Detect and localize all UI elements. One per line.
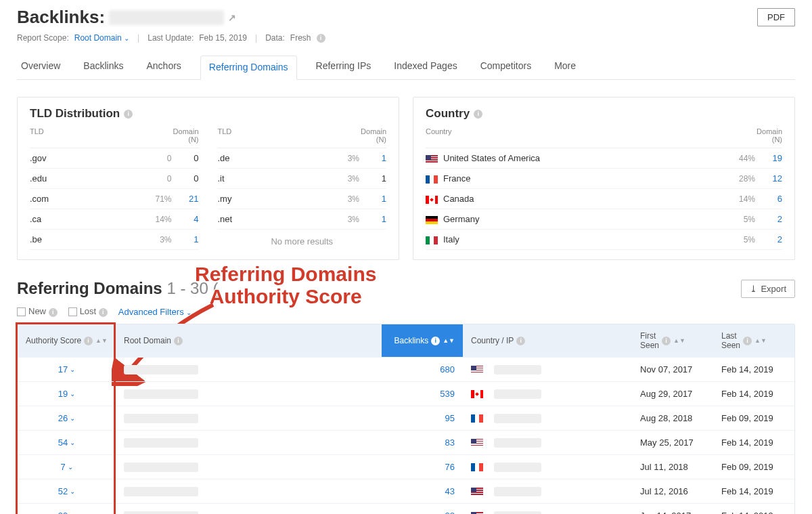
country-row: Italy5%2: [426, 230, 782, 250]
country-count[interactable]: 19: [755, 153, 782, 163]
flag-icon: [426, 236, 438, 244]
tld-row: .it3%1: [218, 169, 387, 189]
tld-pct: 3%: [141, 235, 172, 244]
backlinks-cell[interactable]: 76: [382, 456, 463, 477]
first-seen-cell: Jul 11, 2018: [632, 456, 713, 477]
backlinks-cell[interactable]: 43: [382, 481, 463, 502]
info-icon[interactable]: i: [474, 110, 482, 119]
flag-icon: [471, 390, 483, 398]
tld-pct: 14%: [141, 215, 172, 224]
authority-score-cell[interactable]: 26 ⌄: [18, 408, 116, 429]
tld-row: .my3%1: [218, 189, 387, 209]
tld-pct: 3%: [328, 154, 359, 163]
last-seen-cell: Feb 14, 2019: [713, 383, 794, 404]
tld-row: .be3%1: [30, 230, 199, 250]
last-seen-cell: Feb 09, 2019: [713, 456, 794, 477]
advanced-filters[interactable]: Advanced Filters ⌄: [118, 307, 191, 317]
external-link-icon[interactable]: ↗: [228, 12, 236, 23]
tld-count[interactable]: 1: [359, 214, 386, 224]
country-count[interactable]: 2: [755, 214, 782, 224]
root-domain-cell[interactable]: [116, 408, 382, 429]
info-icon: i: [431, 337, 440, 345]
root-domain-cell[interactable]: [116, 432, 382, 454]
tld-row: .com71%21: [30, 189, 199, 209]
country-count[interactable]: 6: [755, 194, 782, 204]
flag-icon: [471, 366, 483, 374]
tab-competitors[interactable]: Competitors: [476, 55, 535, 79]
country-count[interactable]: 2: [755, 234, 782, 244]
first-seen-cell: Jun 14, 2017: [632, 505, 713, 514]
authority-score-cell[interactable]: 7 ⌄: [18, 456, 116, 477]
tab-referring-ips[interactable]: Referring IPs: [312, 55, 376, 79]
tab-referring-domains[interactable]: Referring Domains: [200, 56, 297, 80]
page-title: Backlinks: ↗: [17, 7, 236, 28]
root-domain-cell[interactable]: [116, 481, 382, 502]
export-button[interactable]: ⤓ Export: [741, 280, 795, 298]
pdf-button[interactable]: PDF: [757, 8, 795, 26]
first-seen-cell: May 25, 2017: [632, 432, 713, 453]
col-backlinks[interactable]: Backlinks i ▲▼: [382, 324, 463, 357]
tld-name: .net: [218, 214, 329, 224]
root-domain-cell[interactable]: [116, 359, 382, 381]
backlinks-cell[interactable]: 95: [382, 408, 463, 429]
country-count[interactable]: 12: [755, 173, 782, 184]
tld-head: TLD: [218, 127, 329, 144]
flag-icon: [471, 488, 483, 496]
root-domain-cell[interactable]: [116, 505, 382, 514]
tab-indexed-pages[interactable]: Indexed Pages: [390, 55, 461, 79]
col-authority-score[interactable]: Authority Score i ▲▼: [18, 324, 116, 357]
tab-backlinks[interactable]: Backlinks: [79, 55, 127, 79]
tld-count[interactable]: 1: [359, 153, 386, 163]
table-row: 29 ⌄28Jun 14, 2017Feb 14, 2019: [18, 503, 794, 514]
lost-checkbox[interactable]: Lost i: [68, 306, 108, 317]
chevron-down-icon: ⌄: [186, 309, 191, 316]
tab-anchors[interactable]: Anchors: [143, 55, 185, 79]
scope-label: Report Scope:: [17, 33, 69, 43]
table-row: 19 ⌄539Aug 29, 2017Feb 14, 2019: [18, 381, 794, 406]
backlinks-cell[interactable]: 28: [382, 505, 463, 514]
backlinks-cell[interactable]: 83: [382, 432, 463, 453]
info-icon[interactable]: i: [99, 308, 108, 317]
info-icon[interactable]: i: [49, 308, 58, 317]
last-seen-cell: Feb 14, 2019: [713, 432, 794, 453]
tld-name: .edu: [30, 173, 141, 184]
new-checkbox[interactable]: New i: [17, 306, 58, 317]
col-root-domain[interactable]: Root Domain i: [116, 324, 382, 357]
sort-icon: ▲▼: [754, 337, 767, 344]
country-name: Italy: [426, 234, 724, 244]
authority-score-cell[interactable]: 29 ⌄: [18, 505, 116, 514]
filters-row: New i Lost i Advanced Filters ⌄: [17, 306, 795, 317]
authority-score-cell[interactable]: 54 ⌄: [18, 432, 116, 453]
tab-more[interactable]: More: [550, 55, 580, 79]
info-icon: i: [84, 337, 93, 345]
flag-icon: [471, 439, 483, 447]
tld-count[interactable]: 1: [172, 234, 199, 244]
backlinks-cell[interactable]: 680: [382, 359, 463, 380]
backlinks-cell[interactable]: 539: [382, 383, 463, 404]
info-icon[interactable]: i: [317, 34, 325, 43]
info-icon: i: [743, 337, 752, 345]
col-last-seen[interactable]: Last Seen i ▲▼: [713, 324, 794, 357]
authority-score-cell[interactable]: 52 ⌄: [18, 481, 116, 502]
tld-panel-title: TLD Distribution: [30, 107, 120, 121]
flag-icon: [426, 175, 438, 184]
tab-overview[interactable]: Overview: [17, 55, 64, 79]
tld-count[interactable]: 1: [359, 194, 386, 204]
info-icon[interactable]: i: [124, 110, 133, 119]
first-seen-cell: Nov 07, 2017: [632, 359, 713, 380]
col-first-seen[interactable]: First Seen i ▲▼: [632, 324, 713, 357]
col-country-ip[interactable]: Country / IP i: [463, 324, 632, 357]
last-seen-cell: Feb 14, 2019: [713, 359, 794, 380]
chevron-down-icon: ⌄: [70, 366, 75, 373]
root-domain-cell[interactable]: [116, 383, 382, 405]
tld-count[interactable]: 21: [172, 194, 199, 204]
scope-dropdown[interactable]: Root Domain ⌄: [74, 33, 129, 43]
last-update-value: Feb 15, 2019: [199, 33, 247, 43]
country-pct: 44%: [724, 154, 755, 163]
root-domain-cell[interactable]: [116, 456, 382, 478]
last-seen-cell: Feb 09, 2019: [713, 408, 794, 429]
last-seen-cell: Feb 14, 2019: [713, 481, 794, 502]
authority-score-cell[interactable]: 19 ⌄: [18, 383, 116, 404]
authority-score-cell[interactable]: 17 ⌄: [18, 359, 116, 380]
tld-count[interactable]: 4: [172, 214, 199, 224]
